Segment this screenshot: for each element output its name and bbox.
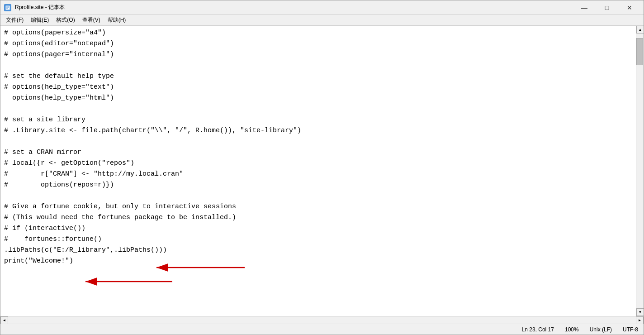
- scroll-down-button[interactable]: ▼: [636, 308, 644, 316]
- line-ending: Unix (LF): [590, 326, 612, 333]
- scroll-up-button[interactable]: ▲: [636, 26, 644, 34]
- notepad-window: Rprofile.site - 记事本 — □ ✕ 文件(F) 编辑(E) 格式…: [0, 0, 644, 335]
- editor-area: # options(papersize="a4") # options(edit…: [0, 26, 644, 316]
- menu-edit[interactable]: 编辑(E): [27, 15, 52, 25]
- encoding: UTF-8: [623, 326, 638, 333]
- content-wrapper[interactable]: # options(papersize="a4") # options(edit…: [0, 26, 636, 316]
- menu-bar: 文件(F) 编辑(E) 格式(O) 查看(V) 帮助(H): [0, 15, 644, 26]
- scroll-track-horizontal: [8, 316, 636, 324]
- menu-file[interactable]: 文件(F): [2, 15, 27, 25]
- scroll-left-button[interactable]: ◄: [0, 316, 8, 324]
- status-bar: Ln 23, Col 17 100% Unix (LF) UTF-8: [0, 324, 644, 335]
- maximize-button[interactable]: □: [597, 0, 617, 15]
- title-bar: Rprofile.site - 记事本 — □ ✕: [0, 0, 644, 15]
- menu-format[interactable]: 格式(O): [52, 15, 78, 25]
- menu-view[interactable]: 查看(V): [79, 15, 104, 25]
- minimize-button[interactable]: —: [574, 0, 595, 15]
- menu-help[interactable]: 帮助(H): [104, 15, 130, 25]
- scrollbar-vertical[interactable]: ▲ ▼: [636, 26, 644, 316]
- scrollbar-horizontal[interactable]: ◄ ►: [0, 316, 644, 324]
- cursor-position: Ln 23, Col 17: [522, 326, 554, 333]
- title-bar-left: Rprofile.site - 记事本: [4, 4, 65, 11]
- zoom-level: 100%: [565, 326, 579, 333]
- close-button[interactable]: ✕: [619, 0, 640, 15]
- window-title: Rprofile.site - 记事本: [15, 4, 65, 11]
- scroll-track-vertical: [636, 34, 644, 308]
- scroll-right-button[interactable]: ►: [636, 316, 644, 324]
- scroll-thumb-vertical[interactable]: [636, 38, 643, 65]
- code-content[interactable]: # options(papersize="a4") # options(edit…: [0, 26, 636, 316]
- title-bar-controls: — □ ✕: [574, 0, 640, 15]
- notepad-icon: [4, 4, 11, 11]
